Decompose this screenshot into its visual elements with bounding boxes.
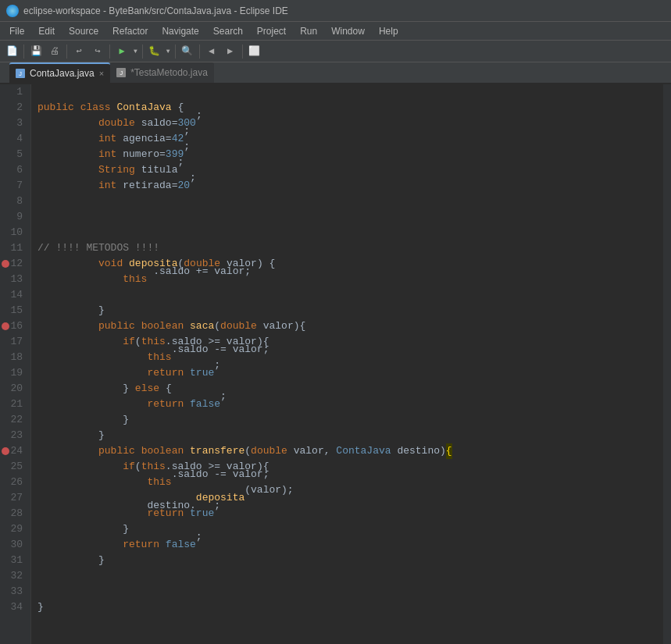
line-num-17: 17 xyxy=(0,334,26,350)
line-num-14: 14 xyxy=(0,287,26,303)
code-area[interactable]: public class ContaJava { double saldo=30… xyxy=(31,84,663,644)
next-button[interactable]: ▶ xyxy=(222,43,239,60)
line-num-29: 29 xyxy=(0,521,26,537)
code-line-6: String titula; xyxy=(37,162,663,178)
line-num-28: 28 xyxy=(0,506,26,521)
menu-navigate[interactable]: Navigate xyxy=(155,22,205,40)
code-line-13: this .saldo += valor; xyxy=(37,272,663,287)
line-numbers: 1 2 3 4 5 6 7 8 9 10 11 12 13 14 15 16 1… xyxy=(0,84,31,644)
code-line-12: void deposita(double valor) { xyxy=(37,256,663,272)
line-num-15: 15 xyxy=(0,303,26,318)
code-line-19: return true; xyxy=(37,365,663,381)
menu-edit[interactable]: Edit xyxy=(32,22,61,40)
toolbar: 📄 💾 🖨 ↩ ↪ ▶ ▼ 🐛 ▼ 🔍 ◀ ▶ ⬜ xyxy=(0,41,671,62)
code-line-3: double saldo=300; xyxy=(37,116,663,131)
code-line-2: public class ContaJava { xyxy=(37,100,663,116)
menu-project[interactable]: Project xyxy=(251,22,292,40)
debug-button[interactable]: 🐛 xyxy=(146,43,163,60)
redo-button[interactable]: ↪ xyxy=(89,43,106,60)
line-num-25: 25 xyxy=(0,459,26,475)
code-line-21: return false; xyxy=(37,397,663,412)
code-line-24: public boolean transfere(double valor, C… xyxy=(37,443,663,459)
tab-conta-java[interactable]: J ContaJava.java × xyxy=(9,62,110,83)
sep3 xyxy=(109,44,110,59)
menu-file[interactable]: File xyxy=(3,22,30,40)
debug-dropdown[interactable]: ▼ xyxy=(165,48,172,55)
line-num-19: 19 xyxy=(0,365,26,381)
menu-run[interactable]: Run xyxy=(294,22,323,40)
line-num-13: 13 xyxy=(0,272,26,287)
line-num-27: 27 xyxy=(0,490,26,506)
line-num-32: 32 xyxy=(0,568,26,584)
line-num-4: 4 xyxy=(0,131,26,147)
line-num-9: 9 xyxy=(0,209,26,225)
line-num-5: 5 xyxy=(0,147,26,162)
line-num-22: 22 xyxy=(0,412,26,428)
maximize-button[interactable]: ⬜ xyxy=(246,43,263,60)
menu-source[interactable]: Source xyxy=(62,22,105,40)
print-button[interactable]: 🖨 xyxy=(46,43,63,60)
line-num-10: 10 xyxy=(0,225,26,240)
mini-map xyxy=(663,84,671,644)
line-num-34: 34 xyxy=(0,600,26,615)
line-num-6: 6 xyxy=(0,162,26,178)
line-num-21: 21 xyxy=(0,397,26,412)
editor-area[interactable]: 1 2 3 4 5 6 7 8 9 10 11 12 13 14 15 16 1… xyxy=(0,84,671,644)
window-title: eclipse-workspace - ByteBank/src/ContaJa… xyxy=(23,5,288,16)
code-line-30: return false; xyxy=(37,537,663,553)
code-line-15: } xyxy=(37,303,663,318)
java-file-icon: J xyxy=(16,69,25,78)
line-num-30: 30 xyxy=(0,537,26,553)
line-num-12: 12 xyxy=(0,256,26,272)
menu-search[interactable]: Search xyxy=(207,22,249,40)
line-num-11: 11 xyxy=(0,240,26,256)
eclipse-icon xyxy=(6,5,19,17)
code-line-10 xyxy=(37,225,663,240)
undo-button[interactable]: ↩ xyxy=(70,43,87,60)
code-line-33 xyxy=(37,584,663,600)
sep6 xyxy=(199,44,200,59)
run-button[interactable]: ▶ xyxy=(113,43,130,60)
line-num-7: 7 xyxy=(0,178,26,194)
code-line-5: int numero=399; xyxy=(37,147,663,162)
line-num-33: 33 xyxy=(0,584,26,600)
code-line-8 xyxy=(37,194,663,209)
code-line-16: public boolean saca(double valor){ xyxy=(37,318,663,334)
menu-window[interactable]: Window xyxy=(325,22,371,40)
menu-help[interactable]: Help xyxy=(373,22,405,40)
line-num-1: 1 xyxy=(0,84,26,100)
code-line-11: // !!!! METODOS !!!! xyxy=(37,240,663,256)
code-line-14 xyxy=(37,287,663,303)
save-button[interactable]: 💾 xyxy=(27,43,45,60)
code-line-1 xyxy=(37,84,663,100)
sep4 xyxy=(142,44,143,59)
line-num-16: 16 xyxy=(0,318,26,334)
line-num-20: 20 xyxy=(0,381,26,397)
run-dropdown[interactable]: ▼ xyxy=(132,48,139,55)
line-num-24: 24 xyxy=(0,443,26,459)
sep1 xyxy=(23,44,24,59)
line-num-3: 3 xyxy=(0,116,26,131)
search-button[interactable]: 🔍 xyxy=(179,43,196,60)
code-line-31: } xyxy=(37,553,663,568)
code-line-28: return true; xyxy=(37,506,663,521)
menu-refactor[interactable]: Refactor xyxy=(106,22,154,40)
new-button[interactable]: 📄 xyxy=(3,43,20,60)
code-line-34: } xyxy=(37,600,663,615)
tabs-bar: J ContaJava.java × J *TestaMetodo.java xyxy=(0,62,671,84)
sep5 xyxy=(175,44,176,59)
sep7 xyxy=(242,44,243,59)
code-line-9 xyxy=(37,209,663,225)
tab-testa-metodo[interactable]: J *TestaMetodo.java xyxy=(110,62,214,83)
code-line-23: } xyxy=(37,428,663,443)
tab-conta-java-close[interactable]: × xyxy=(99,69,104,78)
line-num-18: 18 xyxy=(0,350,26,365)
title-bar: eclipse-workspace - ByteBank/src/ContaJa… xyxy=(0,0,671,22)
code-line-32 xyxy=(37,568,663,584)
line-num-26: 26 xyxy=(0,475,26,490)
tab-conta-java-label: ContaJava.java xyxy=(30,68,95,79)
line-num-23: 23 xyxy=(0,428,26,443)
menu-bar: File Edit Source Refactor Navigate Searc… xyxy=(0,22,671,41)
tab-testa-metodo-label: *TestaMetodo.java xyxy=(130,67,208,78)
prev-button[interactable]: ◀ xyxy=(203,43,220,60)
